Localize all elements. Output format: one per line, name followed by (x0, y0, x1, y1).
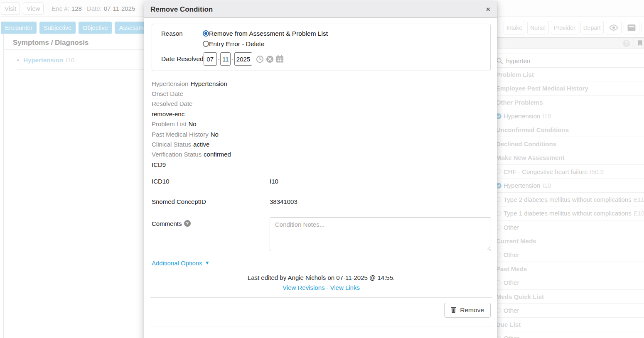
diagnosis-list-item[interactable]: HypertensionI10 (17, 56, 144, 70)
close-icon[interactable]: ✕ (485, 6, 491, 13)
bullet-icon (17, 56, 19, 64)
item-label: Other (504, 335, 519, 338)
icd10-label: ICD10 (152, 178, 270, 185)
view-revisions-link[interactable]: View Revisions (283, 284, 324, 291)
reason-option-remove[interactable]: Remove from Assessment & Problem List (203, 28, 328, 39)
item-label: Hypertension (504, 182, 540, 189)
date-year-input[interactable] (234, 52, 252, 66)
comments-label: Comments (152, 220, 182, 227)
reason-option-entry-error[interactable]: Entry Error - Delete (203, 39, 328, 49)
diagnosis-code: I10 (66, 56, 74, 64)
section-label: Make New Assessment (496, 154, 565, 161)
sidebar-list: Problem List Employee Past Medical Histo… (494, 68, 644, 338)
additional-options-toggle[interactable]: Additional Options▼ (152, 260, 491, 267)
view-button[interactable]: View (23, 2, 44, 15)
item-label: Other (504, 279, 519, 286)
date-month-input[interactable] (204, 52, 217, 66)
sidebar-item-other[interactable]: Other (494, 220, 644, 234)
encounter-date-label: Date: (87, 5, 102, 12)
sidebar-section-declined[interactable]: Declined Conditions (494, 137, 644, 151)
caret-down-icon: ▼ (205, 260, 210, 266)
detail-value: Hypertension (190, 80, 227, 87)
provider-button[interactable]: Provider (551, 21, 578, 34)
tab-subjective[interactable]: Subjective (39, 22, 76, 34)
clear-date-icon[interactable] (266, 55, 274, 63)
detail-row: HypertensionHypertension (152, 78, 491, 88)
radio-label: Remove from Assessment & Problem List (209, 30, 328, 37)
sidebar-item-other[interactable]: Other (494, 331, 644, 338)
calendar-icon[interactable] (276, 55, 284, 63)
detail-label: Clinical Status (152, 141, 191, 148)
diagnosis-name: Hypertension (23, 56, 63, 64)
sidebar-item-other[interactable]: Other (494, 304, 644, 317)
additional-options-label: Additional Options (152, 260, 202, 267)
tab-encounter[interactable]: Encounter (1, 22, 37, 34)
sidebar-item-other[interactable]: Other (494, 276, 644, 290)
date-resolved-label: Date Resolved (161, 55, 204, 63)
detail-label: Onset Date (152, 90, 183, 97)
sidebar-section-other-problems[interactable]: Other Problems (494, 96, 644, 109)
sidebar-item-hypertension[interactable]: HypertensionI10 (494, 179, 644, 193)
radio-unselected-icon[interactable] (203, 41, 209, 47)
sidebar-section-due-list[interactable]: Due List (494, 318, 644, 331)
section-label: Declined Conditions (496, 140, 556, 147)
sidebar-section-problem-list[interactable]: Problem List (494, 68, 644, 81)
sidebar-section-employee-pmh[interactable]: Employee Past Medical History (494, 81, 644, 95)
help-circle-icon[interactable] (623, 40, 630, 47)
help-icon[interactable] (184, 220, 191, 227)
sidebar-section-past-meds[interactable]: Past Meds (494, 262, 644, 276)
view-links-link[interactable]: View Links (330, 284, 360, 291)
divider (634, 38, 634, 49)
item-label: Hypertension (504, 113, 540, 120)
detail-value: confirmed (204, 151, 231, 158)
item-code: I10 (542, 113, 551, 120)
item-label: Other (504, 251, 519, 258)
remove-button[interactable]: Remove (444, 303, 491, 318)
bookmark-icon[interactable] (638, 40, 642, 46)
reason-box: Reason Remove from Assessment & Problem … (152, 24, 491, 71)
date-separator (218, 56, 220, 62)
date-day-input[interactable] (220, 52, 231, 66)
sidebar-section-unconfirmed[interactable]: Unconfirmed Conditions (494, 123, 644, 137)
detail-row: ICD9 (152, 159, 491, 169)
detail-label: Resolved Date (152, 100, 192, 107)
radio-label: Entry Error - Delete (209, 40, 265, 48)
section-label: Due List (496, 321, 521, 328)
condition-notes-textarea[interactable] (270, 217, 491, 251)
symptoms-diagnosis-heading: Symptoms / Diagnosis (4, 34, 144, 50)
section-label: Other Problems (496, 99, 543, 106)
sidebar-item-type2-diabetes[interactable]: Type 2 diabetes mellitus without complic… (494, 193, 644, 206)
sidebar-section-make-new-assessment[interactable]: Make New Assessment (494, 151, 644, 165)
sidebar-section-current-meds[interactable]: Current Meds (494, 234, 644, 248)
enc-number-value: 128 (71, 5, 82, 12)
app-root: Visit View Enc #: 128 Date: 07-11-2025 E… (0, 0, 644, 338)
intake-button[interactable]: Intake (504, 21, 525, 34)
sidebar-item-type1-diabetes[interactable]: Type 1 diabetes mellitus without complic… (494, 206, 644, 220)
item-code: I50.9 (590, 168, 604, 175)
eye-icon[interactable] (606, 21, 622, 34)
phase-button-row: Intake Nurse Provider Depart (504, 21, 644, 34)
depart-button[interactable]: Depart (580, 21, 604, 34)
symptoms-panel: Symptoms / Diagnosis HypertensionI10 (3, 34, 144, 338)
sidebar-item-hypertension[interactable]: HypertensionI10 (494, 109, 644, 123)
soap-tabs: Encounter Subjective Objective Assessmen… (1, 22, 162, 34)
visit-button[interactable]: Visit (1, 2, 20, 15)
calendar-check-icon[interactable] (642, 21, 644, 34)
sidebar-item-other[interactable]: Other (494, 248, 644, 262)
radio-selected-icon[interactable] (203, 30, 209, 37)
modal-header: Remove Condition ✕ (144, 1, 497, 18)
tab-objective[interactable]: Objective (79, 22, 112, 34)
snomed-row: Snomed ConceptID 38341003 (152, 197, 491, 207)
clock-icon[interactable] (256, 55, 264, 63)
modal-body: Reason Remove from Assessment & Problem … (144, 18, 497, 326)
search-input[interactable] (506, 57, 597, 64)
sidebar-section-meds-quick-list[interactable]: Meds Quick List (494, 290, 644, 304)
trash-icon (451, 307, 456, 313)
item-label: Type 2 diabetes mellitus without complic… (504, 196, 632, 203)
nurse-button[interactable]: Nurse (527, 21, 548, 34)
date-resolved-row: Date Resolved (161, 52, 484, 66)
section-label: Unconfirmed Conditions (496, 126, 569, 133)
sidebar-item-chf[interactable]: CHF - Congestive heart failureI50.9 (494, 165, 644, 179)
archive-icon[interactable] (624, 21, 639, 34)
search-icon (497, 58, 503, 64)
